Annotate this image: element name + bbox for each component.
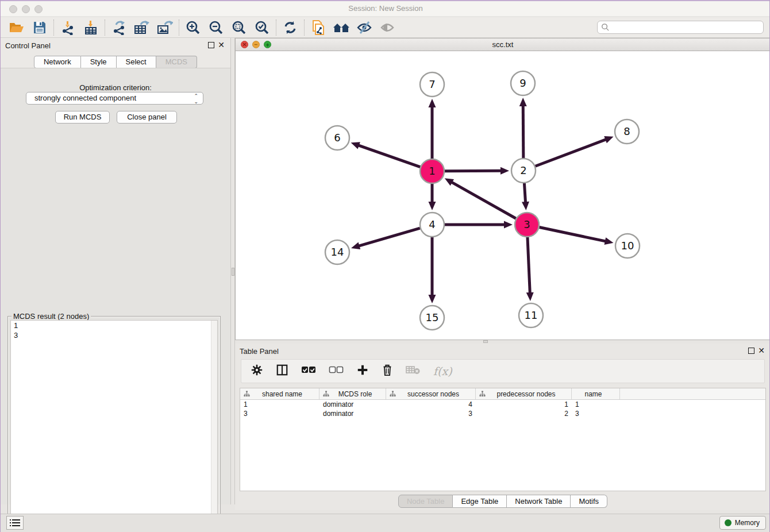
tab-node-table[interactable]: Node Table [398, 495, 453, 508]
tab-network-table[interactable]: Network Table [507, 495, 571, 508]
edge-3-11[interactable] [528, 237, 530, 294]
network-close-button[interactable]: ✕ [241, 41, 248, 48]
zoom-selected-button[interactable] [251, 18, 274, 37]
memory-button[interactable]: Memory [719, 516, 766, 530]
float-panel-icon[interactable] [208, 42, 214, 48]
edge-2-3[interactable] [524, 183, 525, 203]
export-network-button[interactable] [107, 18, 130, 37]
function-builder-button[interactable]: f(x) [433, 365, 452, 377]
add-column-button[interactable] [356, 364, 369, 379]
column-header-name[interactable]: name [572, 388, 620, 399]
first-neighbors-button[interactable] [330, 18, 353, 37]
search-input[interactable] [597, 21, 764, 34]
table-body: 1dominator4113dominator323 [240, 400, 765, 418]
tab-select[interactable]: Select [117, 56, 156, 68]
task-history-button[interactable] [6, 516, 24, 530]
close-panel-icon[interactable]: ✕ [218, 40, 225, 49]
result-scrollbar[interactable] [211, 321, 217, 527]
mcds-result-title: MCDS result (2 nodes) [11, 312, 91, 321]
toolbar-separator [53, 20, 54, 36]
gear-icon [251, 364, 263, 376]
run-mcds-button[interactable]: Run MCDS [55, 111, 110, 124]
column-header-MCDS-role[interactable]: MCDS role [319, 388, 386, 399]
import-table-button[interactable] [79, 18, 102, 37]
import-network-button[interactable] [56, 18, 79, 37]
export-network-icon [111, 20, 126, 35]
column-type-icon [244, 391, 250, 397]
network-canvas[interactable]: 1234678910111415 [236, 51, 770, 340]
table-row[interactable]: 1dominator411 [240, 400, 765, 409]
table-cell[interactable]: 1 [476, 400, 572, 409]
node-table[interactable]: shared nameMCDS rolesuccessor nodesprede… [240, 388, 766, 491]
criterion-select[interactable]: strongly connected component ⌃⌄ [26, 92, 203, 105]
delete-table-button[interactable] [406, 365, 421, 377]
table-cell[interactable]: 2 [476, 409, 572, 418]
delete-column-button[interactable] [382, 364, 393, 379]
minimize-window-button[interactable] [22, 5, 30, 13]
column-header-predecessor-nodes[interactable]: predecessor nodes [476, 388, 572, 399]
save-session-button[interactable] [28, 18, 51, 37]
horizontal-splitter-grip[interactable] [483, 340, 488, 343]
network-window-titlebar[interactable]: ✕ − ＋ scc.txt [236, 38, 770, 51]
zoom-in-button[interactable] [182, 18, 205, 37]
export-image-button[interactable] [153, 18, 176, 37]
network-window-title: scc.txt [236, 38, 770, 51]
vertical-splitter[interactable] [230, 38, 235, 504]
column-layout-button[interactable] [276, 364, 288, 379]
edge-1-6[interactable] [358, 145, 420, 167]
splitter-grip[interactable] [232, 268, 234, 276]
clone-network-button[interactable] [307, 18, 330, 37]
edge-1-2[interactable] [445, 171, 502, 171]
column-header-successor-nodes[interactable]: successor nodes [386, 388, 476, 399]
node-label-3: 3 [523, 218, 530, 230]
zoom-fit-button[interactable] [228, 18, 251, 37]
close-panel-button[interactable]: Close panel [117, 111, 177, 124]
edge-2-9[interactable] [523, 105, 523, 158]
column-label: shared name [250, 390, 319, 398]
edge-2-8[interactable] [536, 139, 607, 166]
network-minimize-button[interactable]: − [252, 41, 260, 48]
table-cell[interactable]: 3 [240, 409, 319, 418]
network-view-window: ✕ − ＋ scc.txt 1234678910111415 [235, 38, 770, 340]
arrowhead [351, 142, 360, 149]
deselect-all-button[interactable] [329, 365, 344, 377]
export-table-button[interactable] [130, 18, 153, 37]
node-label-11: 11 [525, 309, 538, 321]
open-file-button[interactable] [5, 18, 28, 37]
import-table-icon [83, 20, 98, 35]
control-panel-header: Control Panel ✕ [1, 38, 230, 54]
tab-network[interactable]: Network [34, 56, 81, 68]
tab-style[interactable]: Style [81, 56, 117, 68]
edge-3-1[interactable] [451, 182, 516, 219]
show-all-button[interactable] [376, 18, 399, 37]
tab-mcds[interactable]: MCDS [156, 56, 197, 68]
close-window-button[interactable] [9, 5, 17, 13]
network-maximize-button[interactable]: ＋ [264, 41, 271, 48]
node-label-15: 15 [426, 311, 439, 323]
close-table-panel-icon[interactable]: ✕ [758, 346, 765, 355]
columns-icon [276, 364, 288, 376]
table-cell[interactable]: 4 [386, 400, 476, 409]
zoom-window-button[interactable] [34, 5, 43, 13]
tab-motifs[interactable]: Motifs [571, 495, 607, 508]
table-cell[interactable]: 1 [240, 400, 319, 409]
mcds-result-textarea[interactable]: 13 [10, 320, 218, 527]
table-cell[interactable]: 3 [572, 409, 620, 418]
select-all-button[interactable] [301, 365, 316, 377]
tab-edge-table[interactable]: Edge Table [453, 495, 507, 508]
column-label: successor nodes [396, 390, 475, 398]
column-header-shared-name[interactable]: shared name [240, 388, 319, 399]
hide-selected-button[interactable] [353, 18, 376, 37]
zoom-out-button[interactable] [205, 18, 228, 37]
refresh-layout-button[interactable] [279, 18, 302, 37]
table-row[interactable]: 3dominator323 [240, 409, 765, 418]
table-settings-button[interactable] [251, 364, 263, 379]
edge-4-14[interactable] [358, 228, 419, 246]
table-cell[interactable]: dominator [319, 409, 386, 418]
table-cell[interactable]: dominator [319, 400, 386, 409]
arrowhead [429, 295, 436, 303]
edge-3-10[interactable] [540, 228, 606, 242]
table-cell[interactable]: 3 [386, 409, 476, 418]
table-cell[interactable]: 1 [572, 400, 620, 409]
float-table-panel-icon[interactable] [748, 348, 754, 354]
